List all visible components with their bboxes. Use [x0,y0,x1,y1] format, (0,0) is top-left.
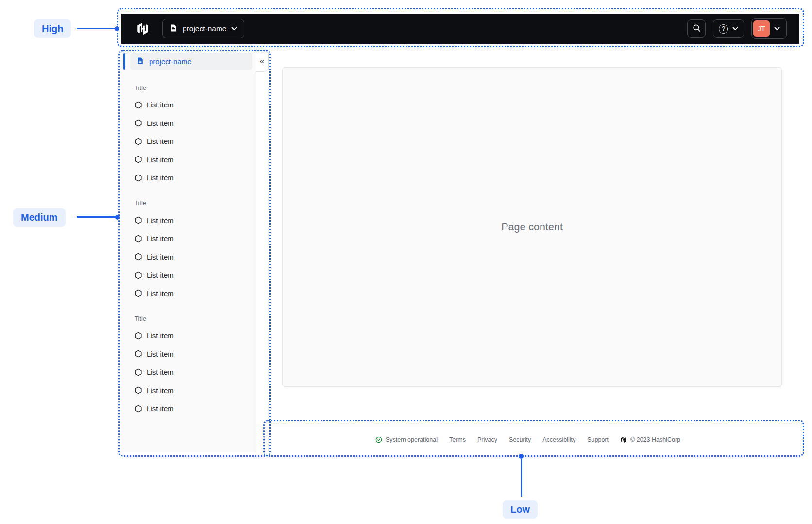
sidebar-project-link[interactable]: project-name [130,53,252,70]
sidebar-project-label: project-name [149,57,192,66]
medium-label: Medium [13,208,66,227]
main-content-panel: Page content [282,67,782,387]
footer-link[interactable]: Terms [449,437,466,443]
hexagon-icon [135,289,142,297]
hashicorp-logo-icon [620,437,627,443]
hexagon-icon [135,350,142,358]
hexagon-icon [135,405,142,413]
chevron-down-icon [770,27,785,31]
footer-link[interactable]: Support [587,437,609,443]
high-connector-dot [115,26,119,31]
active-indicator [123,53,125,70]
sidebar-section: Title List item List item [121,83,256,187]
sidebar-list-item[interactable]: List item [121,169,256,187]
sidebar-header: project-name [130,53,252,70]
user-menu-button[interactable]: JT [751,18,787,39]
document-icon [136,57,144,66]
sidebar-section-title: Title [135,314,256,323]
sidebar-list-item[interactable]: List item [121,327,256,345]
sidebar-list-item[interactable]: List item [121,345,256,364]
sidebar-list-item[interactable]: List item [121,114,256,133]
search-button[interactable] [687,19,706,38]
collapse-icon: « [260,56,264,66]
sidebar-list-item-label: List item [147,253,174,261]
hexagon-icon [135,368,142,376]
project-selector-button[interactable]: project-name [162,19,244,38]
sidebar-list-item-label: List item [147,404,174,413]
medium-connector-line [77,216,118,218]
help-menu-button[interactable]: ? [713,19,744,38]
sidebar-list-item-label: List item [147,368,174,376]
sidebar-section-title: Title [135,83,256,92]
medium-connector-dot [115,215,120,220]
sidebar-list-item[interactable]: List item [121,211,256,230]
sidebar-list-item-label: List item [147,216,174,225]
chevron-down-icon [732,27,738,31]
sidebar-section-items: List item List item List item [121,211,256,303]
sidebar-list-item-label: List item [147,289,174,297]
sidebar-nav: Title List item List item [121,70,256,418]
page-content-placeholder: Page content [501,221,563,233]
hexagon-icon [135,235,142,243]
sidebar-list-item[interactable]: List item [121,229,256,248]
footer-link[interactable]: Security [509,437,531,443]
sidebar-list-item-label: List item [147,174,174,182]
hashicorp-logo-icon[interactable] [136,22,150,35]
sidebar-list-item-label: List item [147,137,174,145]
sidebar-section-title: Title [135,198,256,208]
hexagon-icon [135,101,142,109]
footer-link[interactable]: Privacy [477,437,497,443]
system-status-label: System operational [386,437,438,443]
sidebar-collapse-button[interactable]: « [256,50,269,72]
hexagon-icon [135,138,142,145]
sidebar-list-item[interactable]: List item [121,132,256,151]
top-navbar: project-name ? [121,14,799,44]
sidebar-section: Title List item List item [121,314,256,418]
sidebar-list-item[interactable]: List item [121,248,256,266]
sidebar-list-item-label: List item [147,332,174,340]
sidebar-list-item[interactable]: List item [121,96,256,114]
help-icon: ? [719,24,728,34]
page: High Medium Low project-name [0,0,812,524]
sidebar-list-item-label: List item [147,234,174,243]
system-status-link[interactable]: System operational [375,437,438,443]
document-icon [169,24,178,34]
hexagon-icon [135,332,142,340]
sidebar-list-item-label: List item [147,101,174,109]
hexagon-icon [135,174,142,182]
high-connector-line [77,28,117,29]
search-icon [693,24,701,34]
copyright-text: © 2023 HashiCorp [630,437,680,443]
hexagon-icon [135,271,142,279]
hexagon-icon [135,253,142,261]
sidebar-section-items: List item List item List item [121,327,256,418]
sidebar-list-item[interactable]: List item [121,284,256,303]
project-selector-label: project-name [183,24,226,33]
sidebar-list-item[interactable]: List item [121,151,256,169]
sidebar-list-item[interactable]: List item [121,382,256,400]
check-circle-icon [375,437,382,443]
sidebar-list-item-label: List item [147,156,174,164]
sidebar-list-item-label: List item [147,119,174,127]
footer-links: TermsPrivacySecurityAccessibilitySupport [449,437,609,443]
sidebar: project-name Title List item List item [121,44,256,452]
navbar-actions: ? JT [687,18,787,39]
hexagon-icon [135,156,142,163]
sidebar-list-item[interactable]: List item [121,363,256,382]
footer-link[interactable]: Accessibility [542,437,575,443]
footer-brand: © 2023 HashiCorp [620,437,680,443]
sidebar-list-item-label: List item [147,350,174,358]
footer: System operational TermsPrivacySecurityA… [256,427,799,452]
low-connector-line [521,459,522,497]
sidebar-list-item-label: List item [147,271,174,279]
hexagon-icon [135,386,142,394]
hexagon-icon [135,216,142,224]
chevron-down-icon [231,27,237,31]
sidebar-list-item[interactable]: List item [121,400,256,418]
sidebar-list-item-label: List item [147,386,174,395]
low-connector-dot [519,454,524,459]
sidebar-section-items: List item List item List item [121,96,256,187]
sidebar-section: Title List item List item [121,198,256,303]
sidebar-list-item[interactable]: List item [121,266,256,284]
hexagon-icon [135,119,142,127]
